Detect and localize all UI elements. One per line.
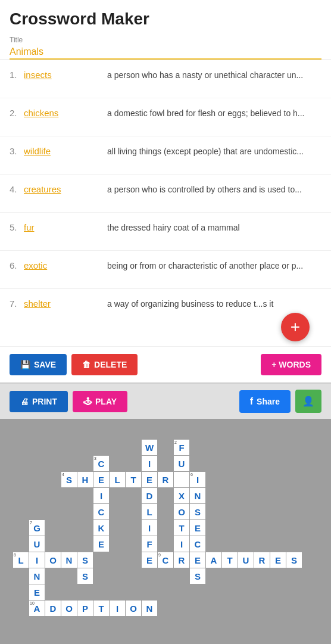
cell-letter: A	[34, 603, 40, 614]
cell	[302, 488, 318, 503]
cell	[302, 536, 318, 552]
add-words-button[interactable]: + WORDS	[261, 354, 321, 375]
cell	[93, 584, 109, 600]
cell: D	[45, 601, 61, 616]
cell	[254, 472, 270, 487]
cell-letter: O	[130, 603, 137, 614]
word-term[interactable]: insects	[24, 69, 107, 80]
word-term[interactable]: chickens	[24, 107, 107, 118]
cell: S	[286, 552, 302, 568]
cell	[77, 504, 93, 519]
cell	[110, 584, 125, 600]
cell	[45, 488, 61, 503]
cell-letter: K	[98, 523, 105, 533]
cell: 9C	[158, 552, 173, 568]
word-clue: a way of organizing business to reduce t…	[107, 297, 321, 310]
cell	[222, 584, 238, 600]
cell-letter: O	[49, 555, 57, 565]
cell-letter: C	[98, 507, 105, 517]
cell: A	[206, 552, 221, 568]
cell	[93, 568, 109, 584]
cell: T	[93, 601, 109, 616]
cell-letter: I	[36, 555, 38, 565]
cell	[45, 584, 61, 600]
action-bar: 💾 SAVE 🗑 DELETE + WORDS	[0, 346, 331, 382]
cell-letter: O	[178, 507, 185, 517]
cell	[270, 617, 286, 632]
cell-letter: T	[98, 603, 104, 614]
cell	[13, 617, 29, 632]
word-number: 2.	[10, 107, 24, 118]
cell	[286, 520, 302, 536]
cell: O	[174, 504, 189, 519]
cell	[77, 424, 93, 439]
save-button[interactable]: 💾 SAVE	[10, 354, 67, 375]
cell-letter: N	[146, 603, 153, 614]
cell	[222, 617, 238, 632]
cell: P	[77, 601, 93, 616]
cell-letter: U	[179, 459, 185, 469]
word-number: 7.	[10, 297, 24, 309]
word-term[interactable]: exotic	[24, 259, 107, 270]
cell: D	[142, 488, 157, 503]
word-term[interactable]: shelter	[24, 297, 107, 309]
cell	[126, 568, 141, 584]
cell	[270, 472, 286, 487]
cell: E	[270, 552, 286, 568]
cell	[302, 440, 318, 455]
cell	[286, 472, 302, 487]
cell: N	[29, 568, 45, 584]
cell	[254, 456, 270, 471]
cell	[45, 536, 61, 552]
cell	[93, 440, 109, 455]
cell	[126, 424, 141, 439]
delete-button[interactable]: 🗑 DELETE	[71, 354, 138, 375]
title-input[interactable]	[10, 45, 321, 60]
cell	[158, 424, 173, 439]
print-button[interactable]: 🖨 PRINT	[10, 391, 68, 412]
cell	[158, 601, 173, 616]
word-term[interactable]: creatures	[24, 183, 107, 194]
share-button[interactable]: f Share	[239, 390, 291, 413]
cell	[254, 520, 270, 536]
cell-letter: S	[66, 475, 72, 485]
cell	[13, 504, 29, 519]
cell	[286, 440, 302, 455]
cell	[206, 456, 221, 471]
word-clue: a person who is controlled by others and…	[107, 183, 321, 196]
cell: F	[142, 536, 157, 552]
cell	[158, 568, 173, 584]
cell	[270, 584, 286, 600]
cell	[45, 568, 61, 584]
cell: I	[29, 552, 45, 568]
avatar-button[interactable]: 👤	[295, 390, 321, 413]
cell: 8L	[13, 552, 29, 568]
play-button[interactable]: 🕹 PLAY	[73, 391, 127, 412]
add-word-fab[interactable]: +	[281, 313, 310, 341]
cell	[254, 568, 270, 584]
cell-letter: U	[243, 555, 249, 565]
words-list: 1. insects a person who has a nasty or u…	[0, 60, 331, 310]
title-label: Title	[10, 36, 321, 44]
cell	[110, 520, 125, 536]
cell	[254, 488, 270, 503]
cell	[126, 552, 141, 568]
cell: U	[238, 552, 254, 568]
cell	[270, 424, 286, 439]
cell	[45, 456, 61, 471]
cell: L	[110, 472, 125, 487]
cell	[29, 440, 45, 455]
cell: 2F	[174, 440, 189, 455]
cell-letter: I	[116, 603, 118, 614]
cell	[45, 520, 61, 536]
cell: 6I	[190, 472, 205, 487]
word-number: 5.	[10, 221, 24, 232]
cell: R	[158, 472, 173, 487]
cell	[158, 456, 173, 471]
word-term[interactable]: fur	[24, 221, 107, 232]
cell-letter: I	[148, 523, 151, 533]
cell	[126, 440, 141, 455]
cell	[142, 568, 157, 584]
word-term[interactable]: wildlife	[24, 145, 107, 156]
cell	[13, 456, 29, 471]
